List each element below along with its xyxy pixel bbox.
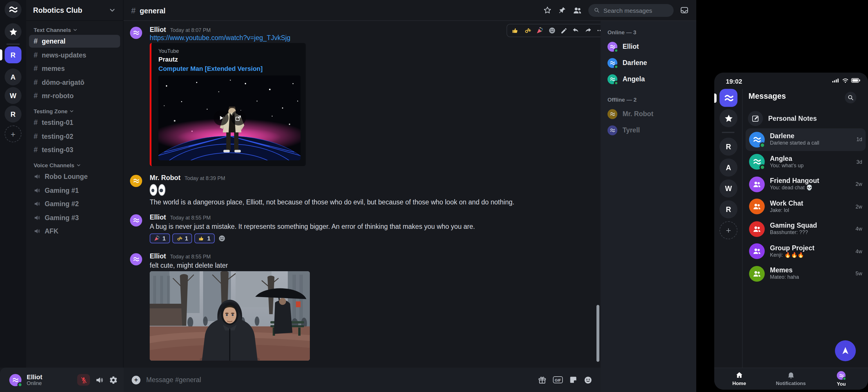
home-button[interactable]: [719, 89, 738, 107]
voice-channel-robo-lounge[interactable]: Robo Lounge: [29, 170, 120, 183]
member-darlene[interactable]: Darlene: [600, 55, 696, 71]
avatar[interactable]: [130, 27, 142, 39]
category-testing-zone[interactable]: Testing Zone: [34, 108, 118, 114]
channel-testing-03[interactable]: #testing-03: [29, 143, 120, 156]
favorite-channel-icon[interactable]: [543, 6, 552, 15]
channel-news-updates[interactable]: #news-updates: [29, 49, 120, 61]
server-icon-a[interactable]: A: [5, 68, 22, 85]
emoji-picker-icon[interactable]: [584, 375, 592, 384]
add-reaction-button[interactable]: [218, 234, 225, 242]
channel-testing-02[interactable]: #testing-02: [29, 130, 120, 143]
member-angela[interactable]: Angela: [600, 71, 696, 87]
message-composer[interactable]: + Message #general GIF: [124, 368, 600, 392]
mic-muted-button[interactable]: [77, 374, 90, 386]
user-bar[interactable]: Elliot Online: [0, 368, 124, 392]
conversation-anglea[interactable]: AngleaYou: what’s up 3d: [746, 151, 866, 173]
member-mr-robot[interactable]: Mr. Robot: [600, 106, 696, 122]
message-author[interactable]: Elliot: [150, 214, 166, 221]
favorites-button[interactable]: [5, 23, 22, 40]
reply-button[interactable]: [572, 27, 580, 34]
message-author[interactable]: Elliot: [150, 26, 166, 33]
channel-general[interactable]: #general: [29, 35, 120, 48]
search-button[interactable]: [845, 92, 857, 103]
reaction-ok-hand[interactable]: 1: [172, 233, 192, 243]
pinned-messages-icon[interactable]: [558, 6, 566, 14]
user-avatar[interactable]: [9, 374, 22, 386]
video-thumbnail[interactable]: [158, 76, 301, 160]
search-input[interactable]: Search messages: [588, 4, 674, 17]
settings-gear-icon[interactable]: [109, 375, 118, 384]
speaker-icon: [34, 200, 41, 207]
conversation-work-chat[interactable]: Work ChatJake: lol 2w: [746, 195, 866, 218]
message-author[interactable]: Mr. Robot: [150, 174, 181, 181]
member-elliot[interactable]: Elliot: [600, 38, 696, 55]
thumbs-up-react-button[interactable]: [512, 27, 519, 34]
channel-memes[interactable]: #memes: [29, 62, 120, 75]
more-options-button[interactable]: [596, 27, 600, 34]
voice-channel-afk[interactable]: AFK: [29, 225, 120, 237]
server-icon-robotics-club[interactable]: R: [5, 47, 22, 63]
channel-testing-01[interactable]: #testing-01: [29, 116, 120, 129]
video-controls: [158, 76, 301, 160]
category-voice-channels[interactable]: Voice Channels: [34, 162, 118, 168]
conversation-friend-hangout[interactable]: Friend HangoutYou: dead chat 💀 2w: [746, 173, 866, 195]
ok-hand-react-button[interactable]: [524, 27, 531, 34]
channel-mr-roboto[interactable]: #mr-roboto: [29, 89, 120, 102]
attach-button[interactable]: +: [132, 375, 141, 384]
server-icon-r2[interactable]: R: [719, 200, 738, 218]
message-list[interactable]: Elliot Today at 8:07 PM https://www.yout…: [124, 21, 600, 368]
group-avatar: [749, 199, 765, 215]
add-reaction-button[interactable]: [548, 27, 556, 34]
conversation-darlene[interactable]: DarleneDarlene started a call 1d: [746, 128, 866, 151]
inbox-panel-icon[interactable]: [680, 6, 689, 15]
nav-home[interactable]: Home: [732, 371, 746, 386]
server-header[interactable]: Robotics Club: [26, 0, 123, 21]
message-elliot-807pm[interactable]: Elliot Today at 8:07 PM https://www.yout…: [130, 26, 591, 166]
server-icon-r[interactable]: R: [719, 138, 738, 156]
message-elliot-855pm-photo[interactable]: Elliot Today at 8:55 PM felt cute, might…: [130, 253, 591, 360]
chat-scrollbar[interactable]: [596, 305, 599, 362]
message-mr-robot-839pm[interactable]: Mr. Robot Today at 8:39 PM The world is …: [130, 174, 591, 206]
server-icon-a[interactable]: A: [719, 159, 738, 176]
personal-notes-item[interactable]: Personal Notes: [748, 111, 817, 126]
server-icon-w[interactable]: W: [719, 179, 738, 197]
channel-domo-arigato[interactable]: #dōmo-arigatō: [29, 76, 120, 89]
embed-title[interactable]: Computer Man [Extended Version]: [158, 65, 299, 72]
play-button[interactable]: [213, 110, 228, 125]
add-server-button[interactable]: +: [719, 221, 738, 239]
add-server-button[interactable]: +: [5, 125, 22, 142]
voice-channel-gaming-3[interactable]: Gaming #3: [29, 211, 120, 224]
server-icon-r2[interactable]: R: [5, 106, 22, 122]
member-tyrell[interactable]: Tyrell: [600, 122, 696, 138]
avatar[interactable]: [130, 175, 142, 187]
deafen-speaker-icon[interactable]: [95, 375, 104, 384]
nav-you[interactable]: You: [837, 371, 846, 387]
favorites-button[interactable]: [719, 109, 738, 127]
avatar[interactable]: [130, 253, 142, 265]
conversation-gaming-squad[interactable]: Gaming SquadBasshunter: ??? 4w: [746, 218, 866, 240]
conversation-group-project[interactable]: Group ProjectKenji: 🔥🔥🔥 4w: [746, 240, 866, 262]
voice-channel-gaming-2[interactable]: Gaming #2: [29, 197, 120, 210]
category-text-channels[interactable]: Text Channels: [34, 27, 118, 33]
open-external-button[interactable]: [230, 110, 246, 125]
forward-button[interactable]: [584, 27, 592, 34]
gift-icon[interactable]: [538, 375, 547, 384]
voice-channel-gaming-1[interactable]: Gaming #1: [29, 184, 120, 197]
embed-author[interactable]: Prautz: [158, 56, 299, 63]
sticker-icon[interactable]: [569, 376, 577, 384]
attached-photo[interactable]: [150, 271, 310, 360]
nav-notifications[interactable]: Notifications: [776, 371, 806, 386]
reaction-party[interactable]: 1: [150, 233, 170, 243]
message-author[interactable]: Elliot: [150, 253, 166, 260]
avatar[interactable]: [130, 214, 142, 226]
new-message-fab[interactable]: [835, 340, 856, 361]
message-elliot-855pm[interactable]: Elliot Today at 8:55 PM A bug is never j…: [130, 214, 591, 243]
server-icon-w[interactable]: W: [5, 87, 22, 104]
members-icon[interactable]: [573, 5, 582, 15]
edit-button[interactable]: [560, 27, 567, 34]
home-button[interactable]: [5, 1, 22, 18]
reaction-thumbs-up[interactable]: 1: [194, 233, 214, 243]
gif-picker-icon[interactable]: GIF: [553, 376, 563, 383]
conversation-memes[interactable]: MemesMateo: haha 5w: [746, 262, 866, 285]
party-react-button[interactable]: [536, 27, 544, 34]
